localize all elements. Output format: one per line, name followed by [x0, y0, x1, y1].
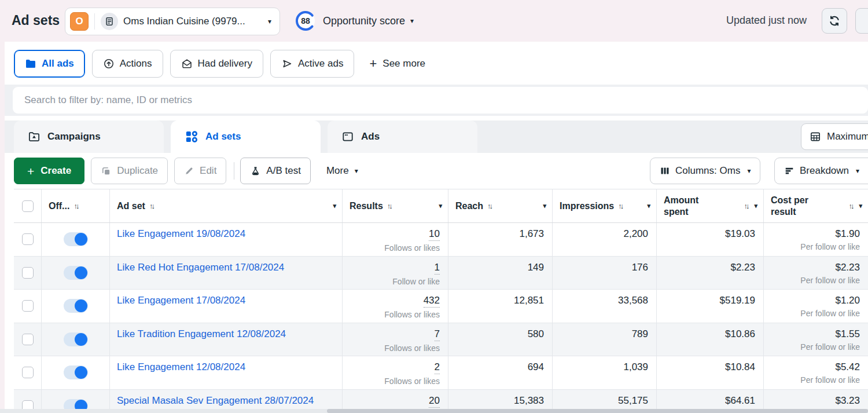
divider	[234, 162, 234, 180]
columns-button[interactable]: Columns: Oms ▾	[650, 158, 760, 184]
edit-label: Edit	[200, 165, 216, 177]
secondary-action-button[interactable]	[855, 8, 868, 34]
row-checkbox[interactable]	[14, 290, 42, 323]
campaigns-folder-icon	[28, 130, 41, 143]
impressions-value: 33,568	[560, 295, 648, 306]
ad-set-name-link[interactable]: Like Red Hot Engagement 17/08/2024	[117, 262, 284, 273]
sort-icon: ↑↓	[149, 202, 155, 210]
column-header-off[interactable]: Off...↑↓	[42, 189, 110, 222]
edit-button[interactable]: Edit	[174, 158, 226, 184]
filter-pill-active-ads[interactable]: Active ads	[270, 50, 354, 78]
ad-set-status-toggle[interactable]	[42, 257, 110, 290]
sort-icon: ↑↓	[387, 202, 393, 210]
account-name: Oms Indian Cuisine (9979...	[123, 16, 263, 27]
breakdown-button[interactable]: Breakdown ▾	[774, 158, 868, 184]
results-sub-label: Follows or likes	[350, 343, 440, 353]
filter-caret-icon[interactable]: ▾	[543, 203, 546, 209]
ad-set-name-link[interactable]: Like Engagement 19/08/2024	[117, 228, 245, 239]
more-button[interactable]: More ▾	[317, 158, 367, 184]
ad-set-status-toggle[interactable]	[42, 323, 110, 356]
filter-pill-all-ads[interactable]: All ads	[14, 50, 85, 78]
row-checkbox[interactable]	[14, 356, 42, 389]
results-value[interactable]: 432	[424, 295, 440, 308]
impressions-value: 789	[560, 328, 648, 340]
column-header-reach[interactable]: Reach↑↓ ▾	[448, 189, 553, 222]
duplicate-label: Duplicate	[117, 165, 158, 177]
column-header-results[interactable]: Results↑↓ ▾	[343, 189, 448, 222]
refresh-icon	[828, 14, 841, 27]
page-title: Ad sets	[12, 13, 60, 28]
tab-ad-sets[interactable]: Ad sets	[171, 120, 321, 153]
scrollbar-thumb[interactable]	[327, 409, 868, 413]
filter-bar: All ads Actions Had delivery Active ads …	[5, 42, 868, 85]
filter-caret-icon[interactable]: ▾	[647, 203, 650, 209]
filter-pill-label: Had delivery	[198, 58, 253, 70]
account-selector[interactable]: O Oms Indian Cuisine (9979... ▾	[65, 8, 280, 35]
tab-campaigns[interactable]: Campaigns	[14, 120, 164, 153]
reach-value: 1,673	[455, 228, 544, 240]
updated-status: Updated just now	[726, 14, 807, 27]
row-checkbox[interactable]	[14, 257, 42, 290]
row-checkbox[interactable]	[14, 323, 42, 356]
results-cell: 7Follows or likes	[343, 323, 448, 356]
results-sub-label: Follows or likes	[350, 310, 440, 319]
duplicate-button[interactable]: Duplicate	[91, 158, 168, 184]
ad-set-name-cell: Like Engagement 17/08/2024	[110, 290, 343, 323]
opportunity-score-selector[interactable]: 88 Opportunity score ▾	[294, 9, 414, 32]
results-value[interactable]: 20	[429, 395, 440, 408]
copy-icon	[101, 166, 112, 177]
pencil-icon	[184, 166, 194, 176]
cost-sub-label: Per follow or like	[771, 342, 860, 352]
refresh-button[interactable]	[822, 8, 847, 34]
search-strip	[5, 85, 868, 116]
reach-cell: 149	[448, 257, 553, 290]
results-cell: 2Follows or likes	[343, 356, 448, 389]
results-value[interactable]: 10	[429, 228, 440, 241]
main-panel: All ads Actions Had delivery Active ads …	[5, 42, 868, 413]
horizontal-scrollbar	[0, 409, 868, 413]
reach-value: 580	[455, 328, 544, 340]
sort-icon: ↑↓	[744, 202, 749, 210]
filter-caret-icon[interactable]: ▾	[859, 203, 862, 209]
ad-set-status-toggle[interactable]	[42, 223, 110, 256]
column-header-ad-set[interactable]: Ad set↑↓ ▾	[110, 189, 343, 222]
filter-caret-icon[interactable]: ▾	[754, 203, 757, 209]
send-icon	[281, 58, 293, 70]
row-checkbox[interactable]	[14, 223, 42, 256]
table-row: Like Engagement 19/08/202410Follows or l…	[14, 223, 868, 257]
amount-spent-cell: $19.03	[657, 223, 764, 256]
cost-sub-label: Per follow or like	[771, 242, 860, 251]
ab-test-button[interactable]: A/B test	[240, 158, 311, 184]
cost-per-result-cell: $1.90Per follow or like	[764, 223, 868, 256]
folder-icon	[25, 58, 36, 70]
ad-sets-grid-icon	[185, 130, 198, 144]
see-more-filters-button[interactable]: + See more	[369, 57, 425, 70]
cost-sub-label: Per follow or like	[771, 375, 860, 385]
filter-pill-had-delivery[interactable]: Had delivery	[170, 50, 264, 78]
results-value[interactable]: 1	[435, 262, 440, 275]
ad-set-name-cell: Like Red Hot Engagement 17/08/2024	[110, 257, 343, 290]
ad-set-name-link[interactable]: Like Engagement 17/08/2024	[117, 295, 245, 306]
column-header-cost-per-result[interactable]: Cost per result ↑↓ ▾	[764, 189, 868, 222]
filter-caret-icon[interactable]: ▾	[439, 203, 442, 209]
ad-set-status-toggle[interactable]	[42, 290, 110, 323]
maximum-delivery-button[interactable]: Maximum	[801, 123, 868, 150]
ad-set-name-link[interactable]: Like Engagement 12/08/2024	[117, 361, 245, 372]
filter-pill-actions[interactable]: Actions	[92, 50, 163, 78]
select-all-checkbox[interactable]	[14, 189, 42, 222]
ad-set-name-link[interactable]: Like Tradition Engagement 12/08/2024	[117, 328, 286, 339]
column-header-impressions[interactable]: Impressions↑↓ ▾	[553, 189, 657, 222]
ad-set-name-link[interactable]: Special Masala Sev Engagement 28/07/2024	[117, 395, 314, 406]
tab-ads[interactable]: Ads	[328, 120, 477, 153]
filter-caret-icon[interactable]: ▾	[333, 203, 336, 209]
search-input[interactable]	[13, 87, 868, 114]
create-button[interactable]: + Create	[14, 158, 84, 184]
column-header-amount-spent[interactable]: Amount spent ↑↓ ▾	[657, 189, 764, 222]
ad-set-status-toggle[interactable]	[42, 356, 110, 389]
cost-sub-label: Per follow or like	[771, 309, 860, 318]
chevron-down-icon: ▾	[747, 167, 751, 174]
reach-cell: 580	[448, 323, 553, 356]
results-value[interactable]: 7	[435, 328, 440, 341]
columns-label: Columns: Oms	[675, 165, 740, 177]
results-value[interactable]: 2	[435, 361, 440, 374]
